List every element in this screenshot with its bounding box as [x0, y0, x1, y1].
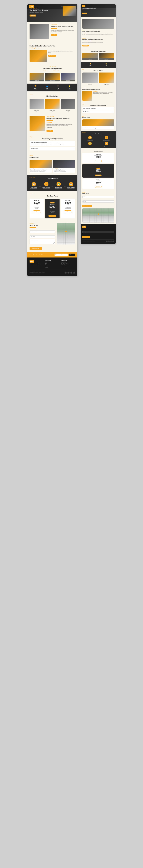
services-cta-button[interactable]: View Services	[48, 55, 56, 57]
hero-cta-button[interactable]: Get Started	[30, 14, 36, 17]
mobile-social-f[interactable]: f	[106, 241, 108, 242]
mobile-socials: f t in yt	[106, 241, 114, 242]
plan-feature-base-2: 24/7 Support	[31, 207, 43, 208]
faq-item-2[interactable]: Our Questions +	[30, 147, 75, 151]
post-title-1: Modern Construction Techniques	[30, 169, 51, 170]
mobile-stat-2: ⭐ 4.8 Rating	[106, 63, 107, 66]
footer-phone[interactable]: +1 234 567 890	[61, 266, 75, 267]
mobile-social-in[interactable]: in	[110, 241, 112, 242]
footer-link-contact[interactable]: Contact	[45, 267, 60, 268]
mobile-hero-title: We Build Your Dreams	[82, 8, 96, 9]
logo[interactable]: LOGO	[29, 5, 34, 8]
footer-description: Building dreams with quality and dedicat…	[30, 264, 44, 266]
faq-title: Frequently Asked Questions	[30, 138, 75, 140]
mobile-services-cta[interactable]: View Services	[82, 45, 89, 46]
mobile-services: Services Fast and Affordable Service for…	[81, 36, 116, 48]
contact-submit-button[interactable]: Send Message	[30, 247, 42, 250]
footer-logo: LOGO	[30, 260, 34, 263]
mobile-faq-item-1[interactable]: What services do you provide? +	[82, 107, 114, 110]
plan-cta-optimizer[interactable]: Get Started	[49, 215, 56, 217]
mobile-plan-cta-optimizer[interactable]: Get Started	[95, 175, 102, 176]
mobile-social-t[interactable]: t	[108, 241, 110, 242]
contact-email-input[interactable]	[30, 235, 55, 238]
mobile-testimonial-content: ★★★★★ Working with this company has been…	[82, 91, 114, 101]
step-text-4: Ongoing support service	[67, 188, 75, 189]
mobile-plan-cta-base[interactable]: Get Started	[95, 160, 102, 162]
post-card-2[interactable]: Jan 08, 2024 Safe Building Practices Saf…	[53, 160, 76, 173]
mobile-services-title: Fast and Affordable Service for You	[82, 39, 114, 40]
social-linkedin-icon[interactable]: in	[70, 272, 73, 274]
capabilities-grid: Happy Fans Modern Build Urban Space	[30, 73, 75, 82]
newsletter-email-input[interactable]	[55, 254, 67, 256]
footer-link-home[interactable]: Home	[45, 262, 60, 263]
testimonial-label: Testimonial	[47, 116, 75, 117]
footer-address: 123 Build Street	[61, 262, 75, 263]
posts-label: Blog	[30, 155, 75, 156]
stat-label-1: Projects	[34, 89, 36, 90]
mobile-step-2: 🔨 Build & Construct	[99, 136, 114, 141]
testimonial-stars: ★★★★★	[47, 122, 75, 123]
footer-bottom: © 2024 We Build Your Dreams. All Rights …	[30, 270, 75, 274]
contact-message-input[interactable]	[30, 239, 55, 244]
process-title: A Clear Process	[30, 178, 75, 180]
team-member-2: Happy Maker Designer	[45, 99, 60, 112]
mobile-testimonial: Testimonial Happy Customer Said About Us…	[81, 86, 116, 102]
mobile-post-img-1	[82, 119, 114, 126]
footer-link-about[interactable]: About	[45, 263, 60, 264]
mobile-hero: LOGO Construction We Build Your Dreams P…	[81, 4, 116, 18]
contact-name-input[interactable]	[30, 230, 55, 233]
testimonial-image	[30, 116, 45, 131]
mobile-step-title-4: Support & Maintain	[99, 146, 114, 147]
mobile-name-input[interactable]	[82, 196, 114, 198]
service-image	[30, 50, 47, 62]
plan-cta-base[interactable]: Get Started	[33, 210, 41, 213]
mobile-logo[interactable]: LOGO	[82, 5, 85, 7]
mobile-newsletter-input[interactable]	[82, 231, 114, 234]
footer-email[interactable]: info@builddreams.com	[61, 265, 75, 265]
plan-feature-pro-3: Unlimited Projects	[62, 208, 74, 209]
faq-item-1[interactable]: What services do you provide? + We provi…	[30, 141, 75, 146]
mobile-social-yt[interactable]: yt	[112, 241, 114, 242]
pricing-plan-base: Base Plan $100 /month Basic Service 24/7…	[30, 199, 44, 218]
mobile-post-1[interactable]: Jan 12, 2024 Modern Construction Techniq…	[82, 119, 114, 129]
mobile-submit-btn[interactable]: Send Message	[82, 205, 92, 207]
mobile-services-text: We provide the best quality construction…	[82, 42, 114, 43]
mobile-capabilities-title: Discover Our Capabilities	[82, 51, 114, 52]
footer-link-services[interactable]: Services	[45, 265, 60, 265]
newsletter-subscribe-button[interactable]: Subscribe	[69, 254, 75, 256]
social-youtube-icon[interactable]: yt	[73, 272, 75, 274]
mobile-hero-cta[interactable]: Get Started	[82, 12, 87, 14]
mobile-cap-label-2: Modern Build	[99, 58, 114, 60]
pricing-plan-optimizer: Optimizer Optimizer $200 /month Premium …	[45, 199, 60, 218]
plan-period-base: /month	[31, 204, 43, 205]
mobile-accent	[82, 33, 87, 33]
footer-city: New York, NY 10001	[61, 263, 75, 264]
mobile-faq-question-1: What services do you provide? +	[83, 108, 113, 109]
footer-link-portfolio[interactable]: Portfolio	[45, 266, 60, 267]
post-card-1[interactable]: Jan 12, 2024 Modern Construction Techniq…	[30, 160, 52, 173]
story-section: About Us Story of Us for You to Discover…	[27, 22, 77, 41]
team-role-3: Manager	[61, 111, 75, 112]
plan-price-base: $100	[31, 201, 43, 204]
mobile-hamburger[interactable]	[112, 6, 115, 6]
social-facebook-icon[interactable]: f	[64, 272, 67, 274]
mobile-email-input[interactable]	[82, 200, 114, 203]
services-text: We provide the best quality construction…	[48, 51, 75, 53]
testimonial-cta-button[interactable]: Read More	[47, 130, 53, 132]
mobile-faq-item-2[interactable]: Our Questions +	[82, 110, 114, 113]
faq-toggle-icon-2: +	[74, 148, 74, 149]
social-icons: f t in yt	[64, 272, 75, 274]
stats-section: 🏆 500 Projects 👥 800 Clients 🏗️ 45 Award…	[27, 84, 77, 91]
process-step-4: 🏠 Support & Maintain Ongoing support ser…	[67, 182, 75, 189]
plan-period-optimizer: /month	[47, 209, 58, 209]
services-label: Services	[30, 43, 75, 44]
mobile-contact-title: Write to Us	[82, 193, 114, 194]
story-cta-button[interactable]: Learn More	[51, 34, 57, 36]
plan-cta-pro[interactable]: Get Started	[64, 210, 72, 213]
social-twitter-icon[interactable]: t	[67, 272, 69, 274]
mobile-testimonial-quote: Working with this company has been an am…	[93, 92, 114, 94]
mobile-avatar-1	[82, 72, 98, 83]
mobile-newsletter-btn[interactable]: Subscribe	[82, 236, 90, 238]
mobile-plan-cta-pro[interactable]: Get Started	[95, 186, 102, 188]
mobile-team-name-1: Mark Lopez	[82, 84, 98, 85]
